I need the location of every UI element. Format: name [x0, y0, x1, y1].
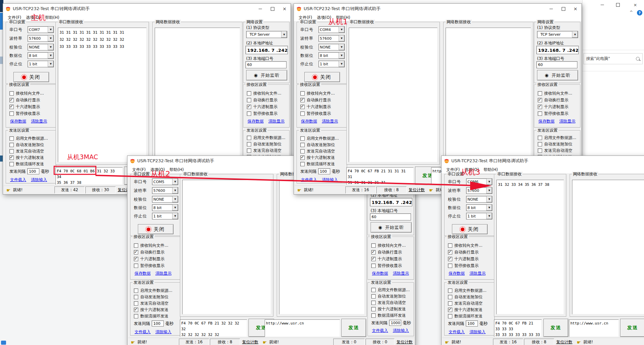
checkbox-clear-after-send[interactable] — [247, 148, 251, 153]
local-port-input[interactable]: 60 — [370, 213, 411, 220]
menu-options[interactable]: 选项(O) — [26, 15, 40, 21]
parity-select[interactable]: NONE▼ — [466, 196, 492, 203]
checkbox-pause-recv[interactable] — [247, 111, 251, 116]
checkbox-hex-display[interactable] — [9, 105, 14, 109]
checkbox-auto-append[interactable] — [134, 295, 138, 299]
stopbits-select[interactable]: 1 bit▼ — [28, 61, 54, 67]
databits-select[interactable]: 8 bit▼ — [466, 204, 492, 211]
checkbox-send-as-hex[interactable] — [300, 156, 305, 160]
clear-display-link[interactable]: 清除显示 — [155, 271, 172, 276]
clear-input-link[interactable]: 清除输入 — [31, 177, 47, 183]
close-serial-button[interactable]: 关闭 — [452, 224, 488, 234]
clear-display-link[interactable]: 清除显示 — [469, 271, 486, 276]
checkbox-loop-send[interactable] — [9, 162, 14, 166]
parity-select[interactable]: NONE▼ — [152, 196, 178, 203]
network-send-button[interactable]: 发送 — [620, 319, 644, 337]
serial-send-button[interactable]: 发送 — [543, 319, 568, 337]
reset-count-link[interactable]: 复位计数 — [407, 186, 426, 194]
checkbox-clear-after-send[interactable] — [9, 149, 14, 153]
checkbox-clear-after-send[interactable] — [300, 149, 305, 153]
file-load-link[interactable]: 文件载入 — [372, 328, 388, 334]
start-listen-button[interactable]: ◉开始监听 — [246, 70, 287, 80]
parity-select[interactable]: NONE▼ — [318, 44, 345, 50]
checkbox-hex-display[interactable] — [300, 105, 305, 109]
checkbox-hex-display[interactable] — [247, 105, 251, 109]
clear-display-link[interactable]: 清除显示 — [322, 118, 338, 124]
network-send-input[interactable]: http://www.usr.cn — [569, 319, 619, 337]
save-data-link[interactable]: 保存数据 — [449, 271, 465, 276]
baud-select[interactable]: 57600▼ — [152, 187, 178, 194]
help-icon[interactable]: ? — [637, 10, 642, 15]
serial-interval-input[interactable]: 100 — [318, 168, 330, 174]
checkbox-auto-wrap[interactable] — [538, 98, 542, 102]
checkbox-pause-recv[interactable] — [9, 111, 14, 116]
baud-select[interactable]: 57600▼ — [466, 187, 492, 194]
close-button[interactable]: × — [569, 4, 581, 14]
checkbox-pause-recv[interactable] — [448, 264, 452, 268]
chevron-up-icon[interactable]: ^ — [630, 10, 633, 15]
baud-select[interactable]: 57600▼ — [28, 35, 54, 42]
network-send-button[interactable]: 发送 — [341, 319, 366, 337]
checkbox-pause-recv[interactable] — [300, 111, 305, 116]
checkbox-loop-send[interactable] — [300, 162, 305, 166]
menu-help[interactable]: 帮助(H) — [169, 167, 184, 173]
checkbox-file-source[interactable] — [538, 136, 542, 140]
com-port-select[interactable]: COM5▼ — [152, 178, 178, 185]
serial-send-input[interactable]: F4 70 0C 67 FB 21 32 32 32 32 32 32 32 3… — [180, 319, 247, 337]
checkbox-auto-wrap[interactable] — [247, 98, 251, 102]
checkbox-pause-recv[interactable] — [538, 111, 542, 116]
serial-interval-input[interactable]: 100 — [152, 320, 164, 326]
save-data-link[interactable]: 保存数据 — [248, 118, 264, 124]
checkbox-pause-recv[interactable] — [371, 264, 376, 268]
close-serial-button[interactable]: 关闭 — [304, 72, 340, 82]
serial-receive-area[interactable] — [182, 180, 271, 314]
checkbox-auto-wrap[interactable] — [9, 98, 14, 102]
maximize-button[interactable] — [266, 4, 278, 14]
checkbox-auto-append[interactable] — [371, 294, 376, 299]
databits-select[interactable]: 8 bit▼ — [28, 52, 54, 59]
checkbox-send-as-hex[interactable] — [9, 156, 14, 160]
file-load-link[interactable]: 文件载入 — [10, 177, 26, 183]
serial-send-input[interactable]: F4 70 0C 67 FB 21 33 33 33 33 33 33 33 3… — [494, 319, 542, 337]
checkbox-recv-to-file[interactable] — [247, 91, 251, 96]
clear-input-link[interactable]: 清除输入 — [322, 177, 338, 183]
network-receive-area[interactable] — [155, 28, 240, 162]
checkbox-pause-recv[interactable] — [134, 264, 138, 268]
save-data-link[interactable]: 保存数据 — [10, 118, 26, 124]
checkbox-auto-append[interactable] — [538, 142, 542, 146]
local-port-input[interactable]: 60 — [245, 61, 287, 68]
checkbox-file-source[interactable] — [247, 136, 251, 140]
parity-select[interactable]: NONE▼ — [28, 44, 54, 50]
explorer-minimize-button[interactable] — [596, 0, 609, 9]
menu-options[interactable]: 选项(O) — [317, 15, 331, 21]
stopbits-select[interactable]: 1 bit▼ — [466, 213, 492, 219]
checkbox-hex-display[interactable] — [371, 257, 376, 261]
protocol-select[interactable]: TCP Server▼ — [246, 31, 287, 38]
clear-display-link[interactable]: 清除显示 — [31, 118, 47, 124]
stopbits-select[interactable]: 1 bit▼ — [318, 61, 345, 67]
local-port-input[interactable]: 60 — [536, 61, 577, 68]
checkbox-send-as-hex[interactable] — [371, 307, 376, 311]
close-button[interactable]: × — [278, 4, 291, 14]
start-listen-button[interactable]: ◉开始监听 — [537, 70, 578, 80]
save-data-link[interactable]: 保存数据 — [372, 271, 388, 276]
checkbox-loop-send[interactable] — [134, 314, 138, 318]
taskbar-app-icon[interactable] — [1, 341, 6, 345]
menu-options[interactable]: 选项(O) — [150, 167, 165, 173]
checkbox-recv-to-file[interactable] — [538, 91, 542, 96]
clear-input-link[interactable]: 清除输入 — [155, 329, 172, 335]
checkbox-send-as-hex[interactable] — [448, 308, 452, 312]
reset-count-link[interactable]: 复位计数 — [395, 338, 414, 345]
checkbox-hex-display[interactable] — [448, 257, 452, 261]
file-load-link[interactable]: 文件载入 — [135, 329, 151, 335]
checkbox-file-source[interactable] — [9, 136, 14, 141]
checkbox-file-source[interactable] — [448, 288, 452, 293]
reset-count-link[interactable]: 复位计数 — [240, 338, 260, 345]
serial-interval-input[interactable]: 100 — [27, 168, 39, 174]
checkbox-loop-send[interactable] — [371, 313, 376, 318]
local-ip-input[interactable]: 192.168. 7 .242 — [536, 46, 579, 54]
checkbox-recv-to-file[interactable] — [9, 91, 14, 96]
reset-count-link[interactable]: 复位计数 — [555, 338, 574, 345]
menu-help[interactable]: 帮助(H) — [336, 15, 350, 21]
checkbox-auto-wrap[interactable] — [371, 250, 376, 254]
